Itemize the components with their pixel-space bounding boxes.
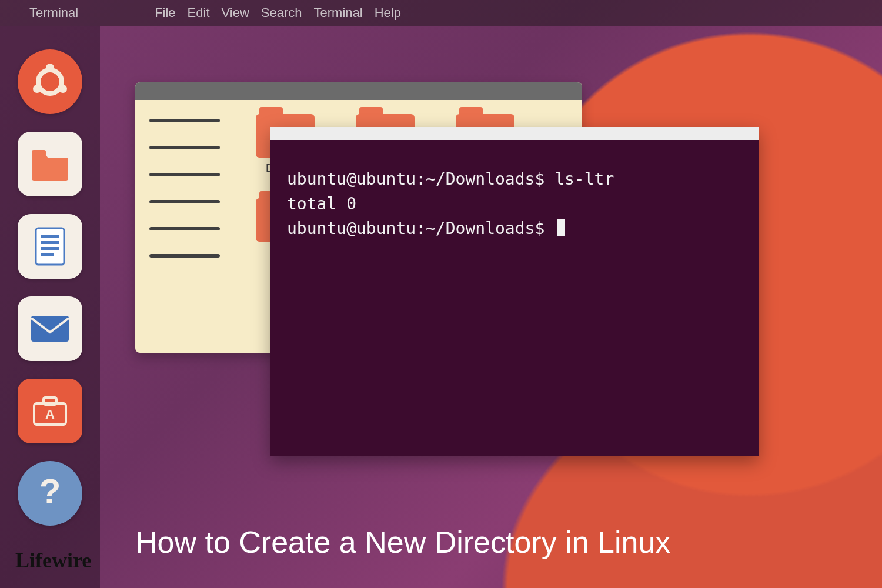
svg-rect-5	[36, 228, 64, 265]
menu-view[interactable]: View	[222, 5, 249, 21]
sidebar-entry[interactable]	[149, 254, 220, 258]
folder-icon	[29, 148, 71, 181]
svg-point-2	[33, 85, 41, 93]
envelope-icon	[29, 313, 71, 344]
svg-text:A: A	[45, 407, 55, 422]
svg-rect-4	[32, 150, 46, 156]
ubuntu-logo-icon[interactable]	[18, 49, 82, 114]
svg-point-1	[46, 64, 54, 72]
help-icon[interactable]: ?	[18, 461, 82, 526]
article-headline: How to Create a New Directory in Linux	[135, 524, 670, 560]
menu-bar: File Edit View Search Terminal Help	[155, 5, 401, 21]
files-icon[interactable]	[18, 132, 82, 196]
terminal-cursor	[557, 219, 565, 236]
briefcase-icon: A	[31, 394, 69, 428]
svg-rect-10	[31, 316, 69, 342]
terminal-command: ls-ltr	[554, 169, 614, 189]
active-app-title: Terminal	[29, 5, 78, 21]
document-icon[interactable]	[18, 214, 82, 279]
svg-text:?: ?	[39, 473, 61, 511]
sidebar-entry[interactable]	[149, 146, 220, 149]
menu-edit[interactable]: Edit	[188, 5, 210, 21]
svg-rect-12	[44, 397, 56, 405]
file-manager-sidebar	[135, 100, 241, 353]
terminal-prompt: ubuntu@ubuntu:~/Downloads$	[287, 169, 554, 189]
svg-rect-8	[41, 247, 59, 250]
question-mark-icon: ?	[35, 473, 65, 514]
svg-rect-6	[41, 235, 59, 238]
sidebar-entry[interactable]	[149, 119, 220, 122]
text-document-icon	[32, 226, 68, 267]
sidebar-entry[interactable]	[149, 227, 220, 230]
sidebar-entry[interactable]	[149, 173, 220, 176]
terminal-prompt: ubuntu@ubuntu:~/Downloads$	[287, 219, 554, 238]
software-center-icon[interactable]: A	[18, 379, 82, 443]
terminal-output[interactable]: ubuntu@ubuntu:~/Downloads$ ls-ltr total …	[270, 140, 759, 268]
terminal-window[interactable]: ubuntu@ubuntu:~/Downloads$ ls-ltr total …	[270, 127, 759, 456]
menu-file[interactable]: File	[155, 5, 175, 21]
top-menu-bar: Terminal File Edit View Search Terminal …	[0, 0, 882, 26]
svg-point-0	[38, 70, 62, 93]
launcher-dock: A ?	[0, 26, 100, 588]
menu-help[interactable]: Help	[375, 5, 401, 21]
svg-point-3	[59, 85, 67, 93]
ubuntu-desktop: Terminal File Edit View Search Terminal …	[0, 0, 882, 588]
terminal-line: total 0	[287, 194, 356, 213]
sidebar-entry[interactable]	[149, 200, 220, 203]
svg-rect-9	[41, 253, 54, 256]
menu-search[interactable]: Search	[261, 5, 302, 21]
brand-logo: Lifewire	[15, 548, 91, 573]
mail-icon[interactable]	[18, 296, 82, 361]
svg-rect-7	[41, 241, 59, 244]
ubuntu-circle-icon	[31, 63, 69, 101]
file-manager-titlebar[interactable]	[135, 82, 582, 100]
menu-terminal[interactable]: Terminal	[314, 5, 363, 21]
